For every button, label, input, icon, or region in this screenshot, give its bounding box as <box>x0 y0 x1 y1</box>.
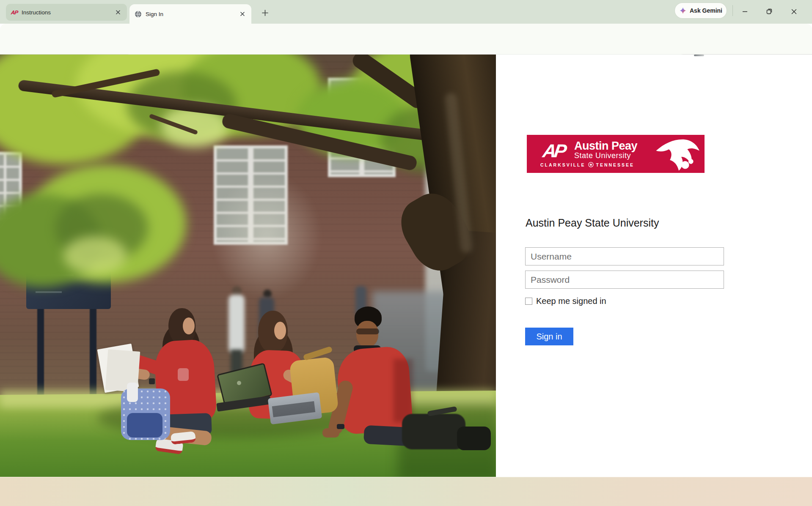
tab-label: Instructions <box>22 9 110 16</box>
username-field[interactable] <box>525 247 724 265</box>
governor-mascot-icon <box>652 137 702 172</box>
banner-name-line2: State University <box>574 152 637 160</box>
close-window-button[interactable] <box>787 6 800 17</box>
page-title: Austin Peay State University <box>526 217 659 229</box>
minimize-button[interactable] <box>738 6 751 17</box>
scroll-artifact <box>694 55 704 56</box>
tab-instructions[interactable]: AP Instructions <box>6 4 127 21</box>
new-tab-button[interactable] <box>259 7 271 19</box>
tab-label: Sign In <box>146 11 235 17</box>
gemini-sparkle-icon <box>679 7 687 14</box>
close-tab-icon[interactable] <box>114 8 122 16</box>
sign-in-button[interactable]: Sign in <box>525 328 573 345</box>
screen: AP Instructions Sign In <box>0 0 812 506</box>
keep-signed-in-row: Keep me signed in <box>525 296 606 306</box>
banner-seal-icon <box>588 162 594 167</box>
page-content: AP Austin Peay State University CLARKSVI… <box>0 55 812 477</box>
keep-signed-in-label[interactable]: Keep me signed in <box>536 296 606 306</box>
ap-logo-mark: AP <box>542 142 566 160</box>
banner-city: CLARKSVILLE <box>540 162 586 167</box>
browser-titlebar: AP Instructions Sign In <box>0 0 812 24</box>
restore-button[interactable] <box>763 6 776 17</box>
windows-taskbar: 2 66°F Sunny Search <box>0 477 812 506</box>
close-tab-icon[interactable] <box>239 10 246 18</box>
ask-gemini-button[interactable]: Ask Gemini <box>675 3 727 18</box>
ap-favicon-icon: AP <box>11 9 18 16</box>
browser-toolbar: fed.apsu.edu/adfs/ls <box>0 24 812 55</box>
titlebar-separator <box>732 5 733 16</box>
tab-sign-in[interactable]: Sign In <box>129 4 251 24</box>
password-field[interactable] <box>525 271 724 289</box>
banner-name-line1: Austin Peay <box>574 140 637 152</box>
ask-gemini-label: Ask Gemini <box>690 7 722 14</box>
keep-signed-in-checkbox[interactable] <box>525 298 532 305</box>
globe-favicon-icon <box>135 11 142 18</box>
apsu-banner-logo: AP Austin Peay State University CLARKSVI… <box>527 135 705 173</box>
campus-photo <box>0 55 496 477</box>
banner-state: TENNESSEE <box>596 162 635 167</box>
